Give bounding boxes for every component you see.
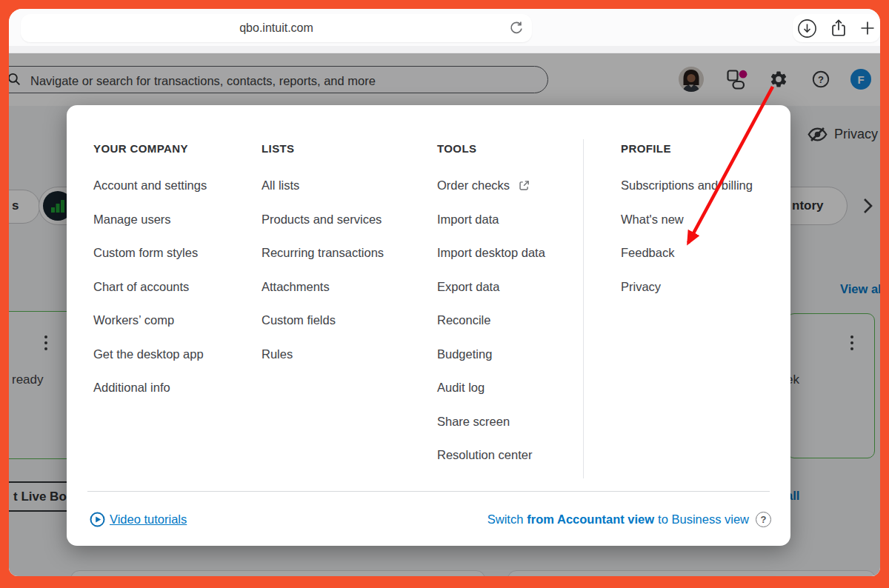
browser-toolbar-right (793, 14, 880, 42)
menu-item-share-screen[interactable]: Share screen (437, 405, 545, 439)
column-title: PROFILE (621, 142, 753, 158)
menu-item-reconcile[interactable]: Reconcile (437, 304, 545, 338)
menu-item-products-and-services[interactable]: Products and services (262, 203, 384, 237)
menu-column-tools: TOOLS Order checks (437, 142, 545, 472)
reload-icon[interactable] (509, 21, 524, 36)
address-bar[interactable]: qbo.intuit.com (21, 14, 532, 42)
footer-divider (87, 491, 770, 492)
column-title: TOOLS (437, 142, 545, 158)
menu-item-all-lists[interactable]: All lists (262, 169, 384, 203)
switch-help-icon[interactable] (756, 512, 771, 527)
video-tutorials-label: Video tutorials (110, 512, 187, 527)
menu-item-manage-users[interactable]: Manage users (93, 203, 207, 237)
qbo-page: ? F Privacy s (9, 53, 880, 576)
switch-bold: from Accountant view (527, 512, 654, 527)
new-tab-icon[interactable] (859, 20, 876, 36)
menu-item-export-data[interactable]: Export data (437, 270, 545, 304)
browser-chrome: qbo.intuit.com (9, 9, 880, 53)
menu-item-get-the-desktop-app[interactable]: Get the desktop app (93, 338, 207, 372)
menu-item-resolution-center[interactable]: Resolution center (437, 438, 545, 472)
menu-column-your-company: YOUR COMPANY Account and settings Manage… (93, 142, 207, 405)
order-checks-label: Order checks (437, 178, 510, 193)
switch-view-link[interactable]: Switch from Accountant view to Business … (487, 510, 771, 529)
menu-item-additional-info[interactable]: Additional info (93, 371, 207, 405)
menu-column-lists: LISTS All lists Products and services Re… (262, 142, 384, 371)
switch-prefix: Switch (487, 512, 524, 527)
menu-item-attachments[interactable]: Attachments (262, 270, 384, 304)
column-divider (583, 139, 584, 478)
downloads-icon[interactable] (797, 19, 817, 39)
menu-item-import-desktop-data[interactable]: Import desktop data (437, 236, 545, 270)
menu-item-audit-log[interactable]: Audit log (437, 371, 545, 405)
menu-item-subscriptions-and-billing[interactable]: Subscriptions and billing (621, 169, 753, 203)
menu-item-rules[interactable]: Rules (262, 338, 384, 372)
url-text: qbo.intuit.com (239, 21, 313, 35)
menu-item-privacy[interactable]: Privacy (621, 270, 753, 304)
menu-item-import-data[interactable]: Import data (437, 203, 545, 237)
menu-item-order-checks[interactable]: Order checks (437, 169, 545, 203)
switch-suffix: to Business view (658, 512, 749, 527)
menu-item-feedback[interactable]: Feedback (621, 236, 753, 270)
menu-item-custom-fields[interactable]: Custom fields (262, 304, 384, 338)
menu-item-recurring-transactions[interactable]: Recurring transactions (262, 236, 384, 270)
column-title: YOUR COMPANY (93, 142, 207, 158)
settings-menu-panel: YOUR COMPANY Account and settings Manage… (67, 105, 790, 546)
menu-column-profile: PROFILE Subscriptions and billing What's… (621, 142, 753, 304)
screenshot-orange-frame: qbo.intuit.com (0, 0, 889, 588)
browser-viewport: qbo.intuit.com (9, 9, 880, 576)
menu-item-budgeting[interactable]: Budgeting (437, 338, 545, 372)
menu-item-custom-form-styles[interactable]: Custom form styles (93, 236, 207, 270)
chrome-divider-strip (9, 46, 880, 53)
external-link-icon (518, 179, 530, 192)
menu-item-whats-new[interactable]: What's new (621, 203, 753, 237)
menu-item-workers-comp[interactable]: Workers’ comp (93, 304, 207, 338)
share-icon[interactable] (829, 19, 848, 38)
play-icon (90, 512, 105, 527)
menu-item-account-and-settings[interactable]: Account and settings (93, 169, 207, 203)
column-title: LISTS (262, 142, 384, 158)
menu-item-chart-of-accounts[interactable]: Chart of accounts (93, 270, 207, 304)
video-tutorials-link[interactable]: Video tutorials (90, 510, 187, 529)
